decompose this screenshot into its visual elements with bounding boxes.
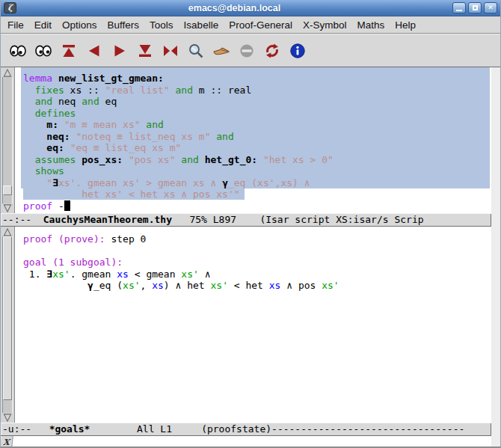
menu-bar: FileEditOptionsBuffersToolsIsabelleProof… <box>1 16 500 34</box>
scrollbar-thumb[interactable] <box>3 236 12 400</box>
close-button[interactable]: ✕ <box>484 2 497 13</box>
script-buffer-text[interactable]: lemma new_list_gt_gmean: fixes xs :: "re… <box>15 67 491 213</box>
menu-buffers[interactable]: Buffers <box>102 18 145 32</box>
text-line: defines <box>21 108 490 120</box>
menu-edit[interactable]: Edit <box>29 18 57 32</box>
text-line: fixes xs :: "real list" and m :: real <box>21 85 490 96</box>
menu-maths[interactable]: Maths <box>351 18 390 32</box>
text-line: shows <box>21 165 490 177</box>
issue-command-icon[interactable] <box>211 40 231 61</box>
menu-help[interactable]: Help <box>390 18 421 32</box>
script-scrollbar <box>1 67 15 213</box>
menu-isabelle[interactable]: Isabelle <box>179 18 224 32</box>
scrollbar-up-arrow-icon[interactable] <box>2 68 13 77</box>
minibuffer[interactable]: X <box>1 436 491 448</box>
goals-buffer-window: proof (prove): step 0goal (1 subgoal): 1… <box>1 227 491 423</box>
proof-general-toolbar <box>1 34 500 67</box>
frame-body: lemma new_list_gt_gmean: fixes xs :: "re… <box>1 67 500 448</box>
title-bar: ζ emacs@debian.local ✕ <box>1 0 500 16</box>
text-cursor <box>64 200 70 211</box>
text-line: het xs' < het xs ∧ pos xs'" <box>21 188 491 200</box>
goto-goal-eyes-icon[interactable] <box>7 40 28 61</box>
next-step-icon[interactable] <box>109 40 129 61</box>
menu-options[interactable]: Options <box>57 18 102 32</box>
menu-file[interactable]: File <box>2 18 29 32</box>
window-menu-icon[interactable]: ζ <box>4 2 16 13</box>
text-line: m: "m ≡ mean xs" and <box>21 119 490 131</box>
scrollbar-thumb[interactable] <box>3 185 12 195</box>
text-line <box>21 245 491 257</box>
minibuffer-scrollbar-placeholder-icon: X <box>0 436 13 448</box>
goals-buffer-text[interactable]: proof (prove): step 0goal (1 subgoal): 1… <box>15 227 491 423</box>
goals-mode-line: -u:-- *goals* All L1 (proofstate)-------… <box>1 423 491 436</box>
text-line: goal (1 subgoal): <box>21 257 491 269</box>
text-line: neq: "noteq ≡ list_neq xs m" and <box>21 131 490 143</box>
right-margin-gutter <box>491 67 500 448</box>
text-line: eq: "eq ≡ list_eq xs m" <box>21 142 490 154</box>
scrollbar-track[interactable] <box>2 77 13 203</box>
text-line: proof (prove): step 0 <box>21 233 491 245</box>
retract-buffer-icon[interactable] <box>58 40 79 61</box>
text-line: γ_eq (xs', xs) ∧ het xs' < het xs ∧ pos … <box>21 280 491 292</box>
maximize-button[interactable] <box>468 2 482 13</box>
menu-tools[interactable]: Tools <box>144 18 179 32</box>
minimize-button[interactable] <box>452 2 466 13</box>
restart-icon[interactable] <box>262 40 282 61</box>
scrollbar-down-arrow-icon[interactable] <box>2 203 13 212</box>
find-theorems-icon[interactable] <box>185 40 206 61</box>
show-state-eyes-icon[interactable] <box>33 40 53 61</box>
text-line: assumes pos_xs: "pos xs" and het_gt_0: "… <box>21 154 490 166</box>
help-info-icon[interactable] <box>287 40 307 61</box>
scrollbar-up-arrow-icon[interactable] <box>2 227 13 236</box>
locked-region: lemma new_list_gt_gmean: fixes xs :: "re… <box>21 67 490 188</box>
interrupt-icon[interactable] <box>236 40 256 61</box>
text-line: proof - <box>21 200 491 212</box>
goto-point-icon[interactable] <box>160 40 180 61</box>
text-line: --:-- CauchysMeanTheorem.thy 75% L897 (I… <box>2 214 491 226</box>
goals-scrollbar <box>1 227 15 423</box>
script-buffer-window: lemma new_list_gt_gmean: fixes xs :: "re… <box>1 67 491 213</box>
script-mode-line: --:-- CauchysMeanTheorem.thy 75% L897 (I… <box>1 213 491 227</box>
process-buffer-icon[interactable] <box>135 40 155 61</box>
scrollbar-down-arrow-icon[interactable] <box>2 413 13 422</box>
text-line: 1. ∃xs'. gmean xs < gmean xs' ∧ <box>21 269 491 280</box>
window-title: emacs@debian.local <box>16 3 452 13</box>
text-line: lemma new_list_gt_gmean: <box>21 73 490 85</box>
undo-step-icon[interactable] <box>84 40 104 61</box>
text-line: and neq and eq <box>21 96 490 108</box>
emacs-window: ζ emacs@debian.local ✕ FileEditOptionsBu… <box>0 0 501 448</box>
text-line: "∃xs'. gmean xs' > gmean xs ∧ γ_eq (xs',… <box>21 177 490 189</box>
menu-proof-general[interactable]: Proof-General <box>224 18 298 32</box>
menu-x-symbol[interactable]: X-Symbol <box>298 18 352 32</box>
scrollbar-track[interactable] <box>2 236 13 413</box>
text-line: -u:-- *goals* All L1 (proofstate)-------… <box>2 423 491 435</box>
